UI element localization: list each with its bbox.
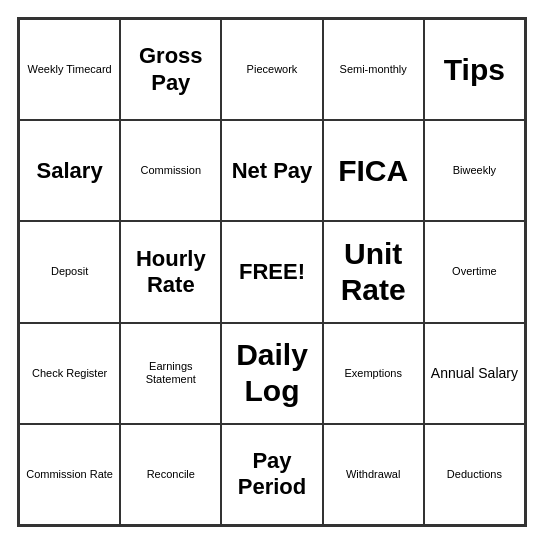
bingo-cell-18: Exemptions (323, 323, 424, 424)
bingo-cell-16: Earnings Statement (120, 323, 221, 424)
bingo-cell-1: Gross Pay (120, 19, 221, 120)
bingo-cell-22: Pay Period (221, 424, 322, 525)
bingo-cell-10: Deposit (19, 221, 120, 322)
bingo-cell-20: Commission Rate (19, 424, 120, 525)
bingo-cell-6: Commission (120, 120, 221, 221)
bingo-cell-2: Piecework (221, 19, 322, 120)
bingo-board: Weekly TimecardGross PayPieceworkSemi-mo… (17, 17, 527, 527)
bingo-cell-21: Reconcile (120, 424, 221, 525)
bingo-cell-14: Overtime (424, 221, 525, 322)
bingo-cell-5: Salary (19, 120, 120, 221)
bingo-cell-7: Net Pay (221, 120, 322, 221)
bingo-cell-0: Weekly Timecard (19, 19, 120, 120)
bingo-cell-3: Semi-monthly (323, 19, 424, 120)
bingo-cell-11: Hourly Rate (120, 221, 221, 322)
bingo-cell-9: Biweekly (424, 120, 525, 221)
bingo-cell-23: Withdrawal (323, 424, 424, 525)
bingo-cell-13: Unit Rate (323, 221, 424, 322)
bingo-cell-15: Check Register (19, 323, 120, 424)
bingo-cell-19: Annual Salary (424, 323, 525, 424)
bingo-cell-12: FREE! (221, 221, 322, 322)
bingo-cell-17: Daily Log (221, 323, 322, 424)
bingo-cell-24: Deductions (424, 424, 525, 525)
bingo-cell-4: Tips (424, 19, 525, 120)
bingo-cell-8: FICA (323, 120, 424, 221)
